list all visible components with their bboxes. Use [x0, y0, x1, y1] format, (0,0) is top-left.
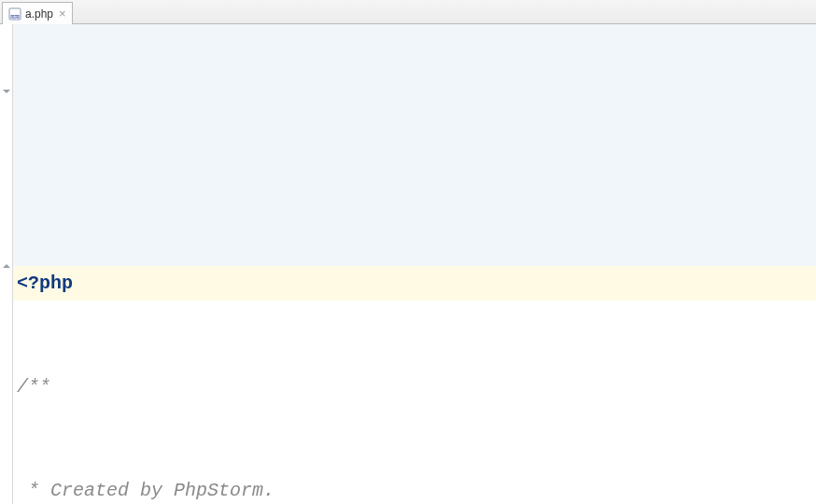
code-line: /**	[17, 370, 816, 404]
code-line: * Created by PhpStorm.	[17, 473, 816, 504]
comment-text: * Created by PhpStorm.	[17, 480, 274, 501]
tab-label: a.php	[25, 7, 53, 21]
editor: <?php /** * Created by PhpStorm. * User:…	[0, 24, 816, 504]
fold-toggle-close-icon[interactable]	[1, 259, 12, 271]
close-icon[interactable]: ×	[59, 7, 66, 20]
php-open-tag: <?php	[17, 273, 73, 294]
code-line: <?php	[17, 266, 816, 301]
tab-a-php[interactable]: php a.php ×	[2, 2, 73, 24]
svg-text:php: php	[11, 14, 19, 19]
php-file-icon: php	[8, 7, 21, 21]
gutter	[0, 24, 13, 504]
code-area[interactable]: <?php /** * Created by PhpStorm. * User:…	[13, 24, 816, 504]
tab-bar: php a.php ×	[0, 0, 816, 24]
fold-toggle-open-icon[interactable]	[1, 87, 12, 98]
comment-text: /**	[17, 376, 50, 398]
code-lines: <?php /** * Created by PhpStorm. * User:…	[13, 197, 816, 504]
